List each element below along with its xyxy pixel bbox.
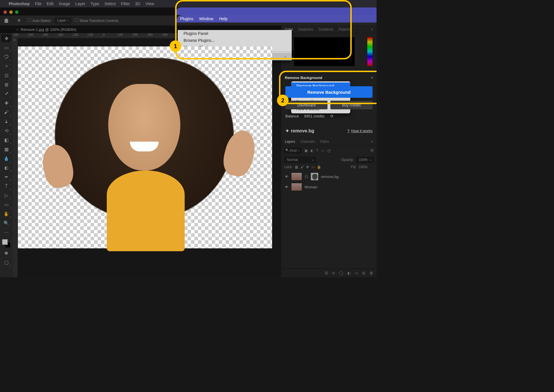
delete-layer-icon[interactable]: 🗑 (369, 271, 373, 275)
tab-channels[interactable]: Channels (300, 140, 315, 144)
layer-thumbnail[interactable] (291, 183, 302, 191)
shape-tool[interactable]: ▭ (1, 200, 11, 209)
frame-tool[interactable]: ⊠ (1, 80, 11, 89)
menu-select[interactable]: Select (104, 1, 116, 6)
lock-paint-icon[interactable]: 🖌 (300, 165, 304, 169)
menu-type[interactable]: Type (91, 1, 99, 6)
marquee-tool[interactable]: ▭ (1, 44, 11, 52)
opacity-value[interactable]: 100% (356, 157, 374, 163)
panel-menu-icon[interactable]: ≡ (371, 76, 373, 80)
plugins-panel-item[interactable]: Plugins Panel (178, 30, 292, 37)
filter-type-icon[interactable]: T (316, 149, 318, 153)
panel-menu-icon[interactable]: ≡ (371, 140, 373, 144)
panel-menu-icon[interactable]: ≡ (371, 27, 373, 31)
layer-row[interactable]: 👁 Woman (281, 182, 377, 192)
move-tool[interactable]: ✥ (1, 34, 11, 42)
filter-shape-icon[interactable]: ▭ (321, 149, 324, 153)
adjustment-layer-icon[interactable]: ◐ (347, 271, 351, 275)
fill-value[interactable]: 100% (359, 165, 374, 169)
menu-3d[interactable]: 3D (135, 1, 140, 6)
color-swatches[interactable] (2, 239, 11, 248)
eraser-tool[interactable]: ◧ (1, 136, 11, 144)
tab-layers[interactable]: Layers (285, 140, 295, 144)
lock-trans-icon[interactable]: ▦ (295, 165, 298, 169)
path-select-tool[interactable]: ▷ (1, 191, 11, 199)
link-icon[interactable]: ⛓ (304, 175, 308, 179)
foreground-color-icon[interactable] (2, 239, 8, 245)
edit-toolbar[interactable]: ⋯ (1, 228, 11, 236)
refresh-icon[interactable]: ⟳ (330, 114, 334, 118)
menu-window[interactable]: Window (199, 16, 214, 21)
screen-mode-tool[interactable]: ▢ (1, 258, 11, 266)
browse-plugins-item[interactable]: Browse Plugins... (178, 37, 292, 44)
zoom-window-icon[interactable] (15, 10, 18, 14)
plugin-tab[interactable]: Remove Background≡ (281, 73, 377, 82)
how-it-works-link[interactable]: ?How it works (347, 129, 373, 133)
lock-all-icon[interactable]: 🔒 (317, 165, 321, 169)
lock-artboard-icon[interactable]: ▭ (311, 165, 315, 169)
filter-adjust-icon[interactable]: ◐ (310, 149, 313, 153)
blend-mode-select[interactable]: Normal (284, 157, 316, 163)
layer-thumbnail[interactable] (291, 172, 302, 181)
hand-tool[interactable]: ✋ (1, 210, 11, 218)
type-tool[interactable]: T (1, 182, 11, 190)
link-layers-icon[interactable]: ⛓ (324, 271, 328, 275)
lasso-tool[interactable] (1, 53, 11, 61)
menu-view[interactable]: View (145, 1, 154, 6)
brush-tool[interactable]: 🖌 (1, 108, 11, 116)
canvas[interactable] (18, 46, 272, 248)
lock-pos-icon[interactable]: ✥ (306, 165, 309, 169)
tab-patterns[interactable]: Patterns (339, 27, 352, 31)
filter-pixel-icon[interactable]: ▣ (304, 149, 308, 153)
filter-toggle[interactable]: ⦿ (370, 149, 374, 153)
remove-background-button[interactable]: Remove Background (285, 86, 373, 98)
gradient-tool[interactable]: ▦ (1, 145, 11, 153)
menu-edit[interactable]: Edit (47, 1, 54, 6)
menu-file[interactable]: File (35, 1, 42, 6)
move-tool-icon[interactable]: ✥ (18, 18, 20, 22)
zoom-tool[interactable]: 🔍 (1, 219, 11, 227)
visibility-icon[interactable]: 👁 (284, 175, 289, 179)
new-layer-icon[interactable]: ⊞ (362, 271, 365, 275)
healing-brush-tool[interactable]: ✚ (1, 99, 11, 107)
menu-plugins[interactable]: Plugins (180, 16, 193, 21)
dodge-tool[interactable]: ◐ (1, 164, 11, 172)
layer-row[interactable]: 👁 ⛓ remove.bg (281, 171, 377, 182)
pen-tool[interactable]: ✒ (1, 173, 11, 181)
layer-fx-icon[interactable]: fx (332, 271, 335, 275)
menu-filter[interactable]: Filter (121, 1, 130, 6)
removebg-brand[interactable]: ✦ remove.bg (285, 128, 314, 134)
color-field[interactable] (294, 37, 355, 66)
canvas-area[interactable] (18, 38, 281, 277)
close-tab-icon[interactable]: × (16, 27, 18, 32)
document-tab[interactable]: × Remove-1.jpg @ 100% (RGB/8#) (13, 26, 80, 33)
layer-mask-thumbnail[interactable] (310, 172, 319, 181)
quick-mask-tool[interactable]: ◙ (1, 249, 11, 257)
group-icon[interactable]: ▭ (355, 271, 358, 275)
menu-layer[interactable]: Layer (75, 1, 85, 6)
magic-wand-tool[interactable]: ✧ (1, 62, 11, 70)
show-transform-checkbox[interactable]: Show Transform Controls (75, 18, 118, 23)
layer-filter-kind[interactable]: Kind (284, 148, 302, 153)
history-brush-tool[interactable]: ⟲ (1, 127, 11, 135)
app-name[interactable]: Photoshop (9, 1, 30, 6)
layer-name[interactable]: Woman (304, 185, 317, 189)
hue-slider[interactable] (367, 37, 373, 66)
layer-mask-icon[interactable]: ◯ (339, 271, 343, 275)
vertical-ruler[interactable]: 0 (13, 38, 18, 277)
buy-credits-button[interactable]: Buy credits (330, 101, 373, 109)
menu-image[interactable]: Image (59, 1, 70, 6)
home-button[interactable] (2, 17, 10, 24)
menu-help[interactable]: Help (219, 16, 228, 21)
blur-tool[interactable]: 💧 (1, 154, 11, 162)
tab-paths[interactable]: Paths (320, 140, 329, 144)
tab-swatches[interactable]: Swatches (298, 27, 313, 31)
minimize-window-icon[interactable] (9, 10, 13, 14)
dashboard-button[interactable]: Dashboard (285, 101, 327, 109)
layer-name[interactable]: remove.bg (321, 175, 338, 179)
close-window-icon[interactable] (3, 10, 7, 14)
eyedropper-tool[interactable] (1, 90, 11, 98)
tab-gradients[interactable]: Gradients (319, 27, 334, 31)
auto-select-scope[interactable]: Layer (55, 18, 71, 23)
auto-select-checkbox[interactable]: Auto-Select: (28, 18, 51, 23)
